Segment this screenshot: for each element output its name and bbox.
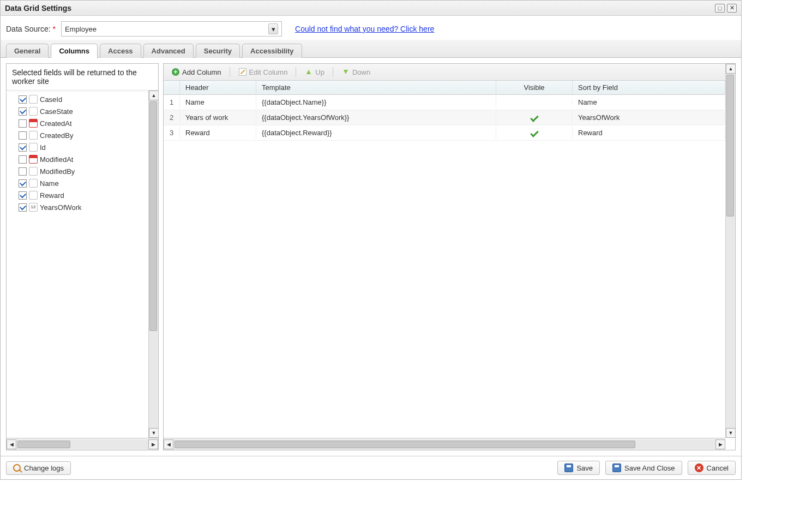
scroll-right-icon[interactable]: ▶ xyxy=(715,439,725,449)
number-icon: 12 xyxy=(29,203,38,212)
calendar-icon xyxy=(29,119,38,128)
grid-row[interactable]: 1Name{{dataObject.Name}}Name xyxy=(164,95,725,110)
scroll-thumb[interactable] xyxy=(726,75,734,216)
scroll-track[interactable] xyxy=(726,74,735,428)
move-up-label: Up xyxy=(315,68,324,76)
data-source-label: Data Source: * xyxy=(6,25,56,33)
arrow-up-icon xyxy=(304,68,313,76)
scroll-left-icon[interactable]: ◀ xyxy=(7,439,16,449)
field-item-createdby[interactable]: CreatedBy xyxy=(8,129,158,141)
row-sort: Name xyxy=(573,96,725,109)
close-button[interactable]: ✕ xyxy=(727,4,737,13)
field-checkbox[interactable] xyxy=(19,119,27,128)
row-index: 2 xyxy=(164,111,180,124)
field-item-casestate[interactable]: CaseState xyxy=(8,105,158,117)
grid-header-sort[interactable]: Sort by Field xyxy=(573,81,725,94)
text-field-icon xyxy=(29,143,38,152)
save-button[interactable]: Save xyxy=(557,461,600,475)
move-down-label: Down xyxy=(352,68,370,76)
maximize-button[interactable]: □ xyxy=(715,4,725,13)
fields-panel-header: Selected fields will be returned to the … xyxy=(7,64,158,91)
scroll-left-icon[interactable]: ◀ xyxy=(164,439,173,449)
grid-vertical-scrollbar[interactable]: ▲ ▼ xyxy=(725,64,735,438)
tab-strip: GeneralColumnsAccessAdvancedSecurityAcce… xyxy=(1,40,741,58)
scroll-up-icon[interactable]: ▲ xyxy=(149,91,158,100)
tree-vertical-scrollbar[interactable]: ▲ ▼ xyxy=(148,91,158,438)
field-checkbox[interactable] xyxy=(19,155,27,164)
field-checkbox[interactable] xyxy=(19,131,27,140)
grid-header-visible[interactable]: Visible xyxy=(496,81,573,94)
scroll-down-icon[interactable]: ▼ xyxy=(149,428,158,438)
row-sort: YearsOfWork xyxy=(573,111,725,124)
row-template: {{dataObject.Name}} xyxy=(256,96,496,109)
change-logs-button[interactable]: Change logs xyxy=(6,461,71,475)
tab-security[interactable]: Security xyxy=(196,44,240,58)
window-title: Data Grid Settings xyxy=(5,4,71,13)
field-item-reward[interactable]: Reward xyxy=(8,189,158,201)
scroll-track[interactable] xyxy=(149,100,158,428)
field-checkbox[interactable] xyxy=(19,191,27,200)
field-item-modifiedby[interactable]: ModifiedBy xyxy=(8,165,158,177)
grid-row[interactable]: 2Years of work{{dataObject.YearsOfWork}}… xyxy=(164,110,725,125)
field-checkbox[interactable] xyxy=(19,167,27,176)
grid-header-header[interactable]: Header xyxy=(180,81,256,94)
field-item-modifiedat[interactable]: ModifiedAt xyxy=(8,153,158,165)
grid-header-row: Header Template Visible Sort by Field xyxy=(164,81,725,95)
check-icon xyxy=(530,129,539,137)
field-checkbox[interactable] xyxy=(19,107,27,116)
text-field-icon xyxy=(29,131,38,140)
scroll-down-icon[interactable]: ▼ xyxy=(726,428,736,438)
edit-column-label: Edit Column xyxy=(249,68,288,76)
field-checkbox[interactable] xyxy=(19,143,27,152)
grid-row[interactable]: 3Reward{{dataObject.Reward}}Reward xyxy=(164,125,725,141)
scroll-track[interactable] xyxy=(16,440,148,449)
field-label: ModifiedBy xyxy=(40,167,75,176)
field-label: Reward xyxy=(40,191,64,200)
row-visible xyxy=(496,111,573,124)
text-field-icon xyxy=(29,167,38,176)
columns-panel: + Add Column Edit Column Up xyxy=(163,63,736,450)
field-item-yearsofwork[interactable]: 12YearsOfWork xyxy=(8,201,158,213)
required-marker: * xyxy=(53,25,56,33)
text-field-icon xyxy=(29,95,38,104)
row-visible xyxy=(496,127,573,139)
cancel-button[interactable]: ✕ Cancel xyxy=(688,461,736,475)
field-item-caseid[interactable]: CaseId xyxy=(8,93,158,105)
tab-advanced[interactable]: Advanced xyxy=(143,44,194,58)
scroll-track[interactable] xyxy=(173,440,715,449)
scroll-thumb[interactable] xyxy=(175,441,635,448)
tab-columns[interactable]: Columns xyxy=(51,44,98,58)
grid-horizontal-scrollbar[interactable]: ◀ ▶ xyxy=(164,438,725,450)
fields-tree-wrap: CaseIdCaseStateCreatedAtCreatedByIdModif… xyxy=(7,91,158,438)
field-item-id[interactable]: Id xyxy=(8,141,158,153)
help-link[interactable]: Could not find what you need? Click here xyxy=(295,25,434,33)
scroll-right-icon[interactable]: ▶ xyxy=(148,439,158,449)
field-checkbox[interactable] xyxy=(19,95,27,104)
field-item-name[interactable]: Name xyxy=(8,177,158,189)
scroll-up-icon[interactable]: ▲ xyxy=(726,64,736,74)
save-label: Save xyxy=(576,464,593,472)
tab-general[interactable]: General xyxy=(6,44,49,58)
grid-header-template[interactable]: Template xyxy=(256,81,496,94)
window-controls: □ ✕ xyxy=(715,4,737,13)
add-column-button[interactable]: + Add Column xyxy=(168,66,225,78)
scroll-thumb[interactable] xyxy=(17,441,70,448)
tree-horizontal-scrollbar[interactable]: ◀ ▶ xyxy=(7,438,158,450)
data-source-select[interactable]: Employee ▾ xyxy=(61,21,282,37)
field-checkbox[interactable] xyxy=(19,203,27,212)
fields-panel: Selected fields will be returned to the … xyxy=(6,63,159,450)
field-item-createdat[interactable]: CreatedAt xyxy=(8,117,158,129)
scroll-thumb[interactable] xyxy=(149,101,157,331)
text-field-icon xyxy=(29,179,38,188)
tab-access[interactable]: Access xyxy=(100,44,141,58)
save-and-close-button[interactable]: Save And Close xyxy=(605,461,682,475)
dropdown-arrow-icon: ▾ xyxy=(268,23,278,34)
save-icon xyxy=(564,463,573,472)
field-label: CaseState xyxy=(40,107,73,116)
tab-accessibility[interactable]: Accessibility xyxy=(242,44,302,58)
field-checkbox[interactable] xyxy=(19,179,27,188)
row-template: {{dataObject.Reward}} xyxy=(256,127,496,139)
row-visible xyxy=(496,100,573,105)
edit-column-button: Edit Column xyxy=(235,66,291,78)
separator xyxy=(333,67,333,77)
